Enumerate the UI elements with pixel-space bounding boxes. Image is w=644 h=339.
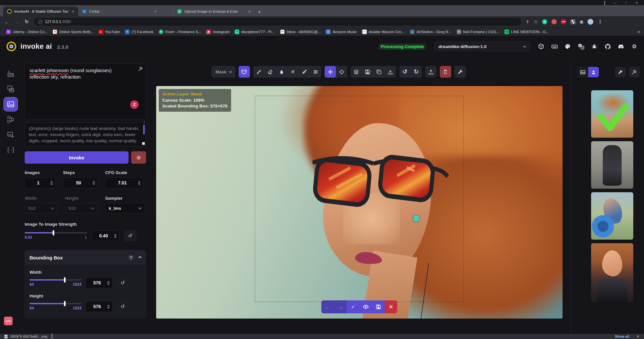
save-staging-image-button[interactable]	[372, 300, 385, 313]
gallery-thumbnail-selected[interactable]	[591, 90, 633, 138]
stepper-arrows[interactable]	[138, 181, 141, 185]
gallery-user-toggle[interactable]	[588, 67, 599, 77]
cancel-button[interactable]: ⊗	[131, 151, 146, 164]
bookmark-fiverr[interactable]: fiFiverr - Freelance S...	[156, 29, 204, 35]
upload-image-button[interactable]	[425, 66, 437, 78]
slider-handle[interactable]	[64, 301, 66, 306]
discard-staging-button[interactable]: ✕	[385, 300, 397, 313]
textarea-resize-handle[interactable]	[142, 142, 145, 145]
strength-input[interactable]: 0.40	[92, 230, 119, 241]
bookmarks-overflow-chevron[interactable]: »	[638, 29, 640, 34]
next-result-button[interactable]: →	[334, 300, 347, 313]
report-bug-icon[interactable]	[591, 43, 598, 50]
grammarly-extension-icon[interactable]: G	[542, 19, 547, 24]
previous-result-button[interactable]: ←	[321, 300, 334, 313]
tab-nodes[interactable]	[5, 113, 17, 126]
close-download-bar-icon[interactable]: ✕	[637, 334, 639, 339]
localization-translate-icon[interactable]: A?	[578, 43, 584, 50]
theme-palette-icon[interactable]	[564, 43, 571, 50]
stepper-arrows[interactable]	[107, 305, 110, 309]
undo-button[interactable]: ↺	[399, 66, 411, 78]
sampler-select[interactable]: k_lms	[105, 203, 145, 213]
window-close-button[interactable]: ✕	[636, 1, 638, 5]
eraser-tool-button[interactable]	[265, 66, 276, 78]
width-select[interactable]: 512	[25, 203, 57, 213]
slider-handle[interactable]	[64, 277, 66, 282]
brush-options-button[interactable]	[310, 66, 321, 78]
back-button[interactable]: ←	[5, 19, 9, 25]
cfg-scale-input[interactable]: 7.01	[105, 177, 143, 188]
gallery-settings-wrench-button[interactable]	[615, 67, 625, 77]
tab-text-to-image[interactable]: A	[5, 68, 17, 80]
stepper-arrows[interactable]	[107, 281, 110, 285]
show-hide-result-button[interactable]	[359, 300, 372, 313]
github-icon[interactable]	[604, 43, 611, 50]
canvas-settings-wrench-button[interactable]	[454, 66, 466, 78]
invoke-button[interactable]: Invoke	[25, 151, 129, 164]
downloaded-file-chip[interactable]: 000979.40d74eb5....png	[10, 334, 47, 338]
gallery-images-toggle[interactable]	[577, 67, 588, 77]
bookmark-disciplenei[interactable]: ✦disciplenei777 - Pr...	[232, 29, 277, 35]
bookmark-inbox[interactable]: MInbox - klk56831@...	[278, 29, 323, 35]
gallery-thumbnail[interactable]	[591, 141, 633, 189]
hotkeys-keyboard-icon[interactable]	[551, 43, 558, 50]
layer-select[interactable]: Mask	[212, 66, 235, 78]
discord-icon[interactable]	[618, 43, 624, 50]
bbox-height-slider[interactable]	[30, 303, 81, 304]
tab-post-processing[interactable]	[5, 129, 17, 141]
tab-close-icon[interactable]: ✕	[154, 9, 157, 14]
forward-button[interactable]: →	[15, 19, 19, 25]
accept-result-button[interactable]: ✓	[347, 300, 359, 313]
bookmark-star-icon[interactable]: ☆	[534, 19, 538, 25]
merge-visible-button[interactable]	[351, 66, 362, 78]
browser-tab-upload-image[interactable]: ▲ Upload Image to Enlarge & Enla ✕	[173, 6, 255, 16]
bbox-height-input[interactable]: 576	[85, 301, 113, 312]
bookmark-wacom[interactable]: ✓disable Wacom Circ...	[360, 29, 407, 35]
download-chevron-icon[interactable]	[52, 333, 52, 339]
redo-button[interactable]: ↻	[411, 66, 422, 78]
side-panel-icon[interactable]: ▣	[580, 19, 583, 24]
color-picker-button[interactable]	[299, 66, 310, 78]
reset-view-button[interactable]	[336, 66, 347, 78]
gallery-pin-button[interactable]	[629, 67, 639, 77]
bbox-width-input[interactable]: 576	[85, 277, 113, 288]
model-manager-cube-icon[interactable]	[538, 43, 544, 50]
adblock-plus-icon[interactable]: ABP	[561, 19, 566, 24]
model-select[interactable]: dreamlike-diffusion-1.0	[434, 42, 530, 51]
extensions-puzzle-icon[interactable]: ▚	[570, 19, 576, 24]
slider-handle[interactable]	[53, 230, 54, 235]
tab-search-icon[interactable]	[604, 1, 605, 5]
browser-tab-civitai[interactable]: C Civitai ✕	[78, 6, 173, 16]
browser-tab-invokeai[interactable]: InvokeAI - A Stable Diffusion Too ✕	[3, 6, 78, 16]
download-image-button[interactable]	[385, 66, 396, 78]
tab-training[interactable]	[5, 144, 17, 156]
brush-tool-button[interactable]	[253, 66, 265, 78]
collapse-chevron-icon[interactable]	[139, 256, 142, 259]
strength-reset-button[interactable]: ↺	[124, 230, 136, 241]
console-toggle-button[interactable]: </>	[4, 317, 13, 325]
bookmark-sports-betting[interactable]: BOnline Sports Betti...	[50, 29, 95, 35]
bookmark-facebook[interactable]: f(7) Facebook	[123, 29, 156, 35]
bookmark-neil-fontaine[interactable]: ∞Neil Fontaine | CGS...	[454, 29, 502, 35]
new-tab-button[interactable]: +	[258, 9, 261, 14]
bookmark-amazon-music[interactable]: ♪Amazon Music	[324, 29, 359, 35]
negative-prompt-input[interactable]: ((implants)) (large boobs) nude bad anat…	[25, 122, 146, 146]
address-bar[interactable]: i 127.0.0.1:9090	[34, 18, 521, 26]
site-info-icon[interactable]: i	[38, 20, 42, 24]
scrollbar-thumb[interactable]	[143, 125, 145, 134]
window-minimize-button[interactable]: —	[613, 1, 617, 5]
help-icon[interactable]: ?	[128, 255, 134, 260]
mask-toggle-button[interactable]	[239, 66, 250, 78]
gallery-thumbnail[interactable]	[591, 192, 633, 240]
extension-icon[interactable]	[551, 19, 557, 24]
show-all-downloads-link[interactable]: Show all	[615, 334, 629, 338]
bounding-box-selection[interactable]	[255, 96, 464, 302]
settings-gear-icon[interactable]: ⚙	[631, 43, 638, 50]
positive-prompt-input[interactable]: scarlett johansson (round sunglasses) re…	[25, 64, 146, 119]
tab-image-to-image[interactable]	[5, 83, 17, 95]
unified-canvas[interactable]: Active Layer: Mask Canvas Scale: 108% Sc…	[156, 86, 563, 319]
tab-close-icon[interactable]: ✕	[71, 9, 75, 14]
height-select[interactable]: 512	[65, 203, 97, 213]
tab-unified-canvas[interactable]	[5, 98, 17, 110]
bookmark-youtube[interactable]: ▶YouTube	[96, 29, 122, 35]
